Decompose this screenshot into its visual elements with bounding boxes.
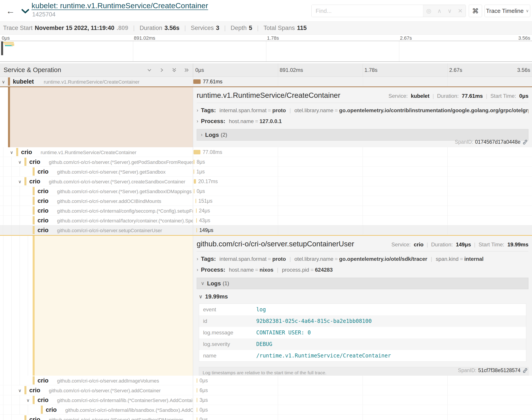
prev-match-icon[interactable]: ∧ <box>437 8 441 15</box>
span-row[interactable]: criogithub.com/cri-o/cri-o/server.addIma… <box>0 376 532 385</box>
expand-one-icon[interactable] <box>159 67 165 73</box>
span-timeline-cell[interactable]: 0μs <box>193 415 532 420</box>
span-name-cell[interactable]: criogithub.com/cri-o/cri-o/server.addIma… <box>0 376 193 385</box>
span-duration-bar[interactable] <box>194 169 194 174</box>
span-row[interactable]: ∨criogithub.com/cri-o/cri-o/server.(*Ser… <box>0 177 532 186</box>
tags-section[interactable]: › Tags: internal.span.format=proto|otel.… <box>197 255 529 262</box>
span-duration-bar[interactable] <box>194 160 194 164</box>
log-field-row: log.severityDEBUG <box>199 338 526 350</box>
chevron-down-icon[interactable]: ∨ <box>18 159 21 165</box>
span-duration-bar[interactable] <box>197 388 197 392</box>
span-detail-meta: Service:crio | Duration:149μs | Start Ti… <box>391 241 529 248</box>
collapse-all-icon[interactable] <box>171 67 177 73</box>
span-timeline-cell[interactable]: 0μs <box>193 376 532 385</box>
focus-match-icon[interactable]: ◎ <box>426 8 431 15</box>
span-duration-bar[interactable] <box>196 209 197 213</box>
back-button[interactable]: ← <box>4 0 17 22</box>
span-duration-label: 24μs <box>199 208 210 214</box>
span-timeline-cell[interactable]: 1μs <box>193 167 532 176</box>
span-row[interactable]: ∨criogithub.com/cri-o/cri-o/server.(*Ser… <box>0 385 532 395</box>
logs-section-expanded[interactable]: ∨ Logs (1) <box>197 278 529 289</box>
span-row[interactable]: criogithub.com/cri-o/cri-o/internal/lib/… <box>0 405 532 415</box>
span-timeline-cell[interactable]: 77.61ms <box>193 77 532 86</box>
span-name-cell[interactable]: ∨kubeletruntime.v1.RuntimeService/Create… <box>0 77 193 86</box>
span-timeline-cell[interactable]: 77.08ms <box>193 147 532 157</box>
collapse-one-icon[interactable] <box>146 67 153 73</box>
span-name-cell[interactable]: criogithub.com/cri-o/cri-o/server.(*Serv… <box>0 415 193 420</box>
span-row[interactable]: criogithub.com/cri-o/cri-o/server.addOCI… <box>0 196 532 206</box>
span-name-cell[interactable]: ∨criogithub.com/cri-o/cri-o/internal/lib… <box>0 395 193 405</box>
span-row[interactable]: criogithub.com/cri-o/cri-o/server.(*Serv… <box>0 186 532 196</box>
span-row[interactable]: criogithub.com/cri-o/cri-o/server.(*Serv… <box>0 167 532 177</box>
span-duration-bar[interactable] <box>194 179 196 184</box>
span-duration-bar[interactable] <box>196 218 197 223</box>
span-duration-bar[interactable] <box>196 228 197 232</box>
span-timeline-cell[interactable]: 0μs <box>193 405 532 414</box>
process-section[interactable]: › Process: host.name=nixos|process.pid=6… <box>197 266 529 273</box>
span-timeline-cell[interactable]: 149μs <box>193 225 532 235</box>
span-name-cell[interactable]: criogithub.com/cri-o/cri-o/internal/lib/… <box>0 405 193 414</box>
span-name-cell[interactable]: criogithub.com/cri-o/cri-o/internal/fact… <box>0 216 193 225</box>
span-timeline-cell[interactable]: 43μs <box>193 216 532 225</box>
span-name-cell[interactable]: criogithub.com/cri-o/cri-o/server.(*Serv… <box>0 167 193 176</box>
span-name-cell[interactable]: criogithub.com/cri-o/cri-o/internal/conf… <box>0 206 193 215</box>
span-name-cell[interactable]: ∨criogithub.com/cri-o/cri-o/server.(*Ser… <box>0 157 193 166</box>
span-name-cell[interactable]: criogithub.com/cri-o/cri-o/server.addOCI… <box>0 196 193 206</box>
span-duration-bar[interactable] <box>196 199 196 203</box>
span-duration-bar[interactable] <box>197 398 197 402</box>
span-timeline-cell[interactable]: 3μs <box>193 395 532 405</box>
minimap-scrubber[interactable] <box>1 42 3 55</box>
minimap-canvas[interactable] <box>0 41 532 62</box>
span-timeline-cell[interactable]: 151μs <box>193 196 532 206</box>
span-timeline-cell[interactable]: 24μs <box>193 206 532 215</box>
span-name-cell[interactable]: criogithub.com/cri-o/cri-o/server.setupC… <box>0 225 193 235</box>
deep-link-icon[interactable] <box>522 139 528 145</box>
chevron-down-icon[interactable]: ∨ <box>18 388 21 393</box>
span-duration-bar[interactable] <box>197 407 197 412</box>
span-duration-bar[interactable] <box>194 150 200 154</box>
span-name-cell[interactable]: criogithub.com/cri-o/cri-o/server.(*Serv… <box>0 186 193 196</box>
span-row[interactable]: criogithub.com/cri-o/cri-o/server.(*Serv… <box>0 415 532 420</box>
log-entry-toggle[interactable]: ∨ 19.99ms <box>199 293 529 300</box>
next-match-icon[interactable]: ∨ <box>447 8 452 15</box>
keyboard-shortcuts-button[interactable]: ⌘ <box>469 5 482 17</box>
span-duration-bar[interactable] <box>197 378 197 383</box>
span-row[interactable]: ∨kubeletruntime.v1.RuntimeService/Create… <box>0 77 532 87</box>
span-timeline-cell[interactable]: 0μs <box>193 186 532 196</box>
span-timeline-cell[interactable]: 8μs <box>193 157 532 166</box>
chevron-down-icon[interactable]: ∨ <box>10 150 13 155</box>
span-row[interactable]: ∨criogithub.com/cri-o/cri-o/server.(*Ser… <box>0 157 532 167</box>
span-name-cell[interactable]: ∨crioruntime.v1.RuntimeService/CreateCon… <box>0 147 193 157</box>
span-service-name: kubelet <box>13 78 34 85</box>
clear-find-icon[interactable]: ✕ <box>458 8 463 15</box>
span-duration-bar[interactable] <box>193 79 201 84</box>
chevron-down-icon[interactable]: ∨ <box>26 398 30 403</box>
span-timeline-cell[interactable]: 6μs <box>193 385 532 395</box>
trace-view-select[interactable]: Trace Timeline ∨ <box>485 5 530 17</box>
tags-section[interactable]: › Tags: internal.span.format=proto|otel.… <box>197 107 529 114</box>
span-row[interactable]: criogithub.com/cri-o/cri-o/server.setupC… <box>0 225 532 235</box>
minimap-span <box>12 45 14 46</box>
chevron-down-icon[interactable]: ∨ <box>2 79 5 85</box>
chevron-down-icon[interactable]: ∨ <box>18 179 21 184</box>
span-timeline-cell[interactable]: 20.17ms <box>193 177 532 186</box>
span-row[interactable]: criogithub.com/cri-o/cri-o/internal/fact… <box>0 216 532 225</box>
trace-collapse-toggle[interactable] <box>21 9 29 15</box>
process-section[interactable]: › Process: host.name=127.0.0.1 <box>197 118 529 125</box>
span-row[interactable]: criogithub.com/cri-o/cri-o/internal/conf… <box>0 206 532 216</box>
span-name-cell[interactable]: ∨criogithub.com/cri-o/cri-o/server.(*Ser… <box>0 177 193 186</box>
expand-all-icon[interactable] <box>184 67 190 73</box>
span-color-accent <box>33 207 35 215</box>
span-name-cell[interactable]: ∨criogithub.com/cri-o/cri-o/server.(*Ser… <box>0 385 193 395</box>
span-row[interactable]: ∨crioruntime.v1.RuntimeService/CreateCon… <box>0 147 532 157</box>
span-row[interactable]: ∨criogithub.com/cri-o/cri-o/internal/lib… <box>0 395 532 405</box>
start-time-value: 0μs <box>519 93 529 99</box>
span-duration-bar[interactable] <box>194 189 194 193</box>
deep-link-icon[interactable] <box>522 368 528 374</box>
services-value: 3 <box>216 25 219 31</box>
service-label: Service: <box>391 241 411 248</box>
span-duration-bar[interactable] <box>197 417 197 420</box>
start-time-value: 19.99ms <box>507 241 529 248</box>
find-input[interactable] <box>312 5 423 17</box>
trace-title-link[interactable]: kubelet: runtime.v1.RuntimeService/Creat… <box>31 1 208 10</box>
